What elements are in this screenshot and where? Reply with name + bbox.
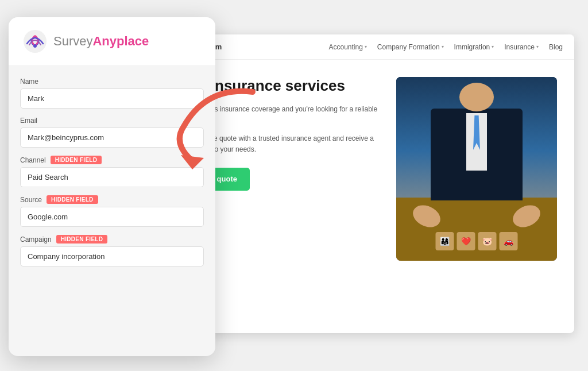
nav-items: Accounting ▾ Company Formation ▾ Immigra… [328,43,563,51]
campaign-label-row: Campaign HIDDEN FIELD [20,235,204,244]
chevron-down-icon: ▾ [492,44,494,49]
brand-logo: SurveyAnyplace [22,29,149,54]
form-body: Name Email Channel HIDDEN FIELD Source H… [9,66,215,286]
insurance-image: 👨‍👩‍👧 ❤️ 🐷 🚗 [396,77,557,261]
source-label-row: Source HIDDEN FIELD [20,195,204,204]
name-field: Name [20,78,204,109]
source-hidden-badge: HIDDEN FIELD [47,195,98,204]
brand-icon [22,29,48,54]
form-header: SurveyAnyplace [9,17,215,66]
block-4: 🚗 [500,232,518,250]
wooden-blocks: 👨‍👩‍👧 ❤️ 🐷 🚗 [436,232,518,250]
email-field: Email [20,117,204,148]
block-2: ❤️ [457,232,475,250]
name-label: Name [20,78,38,86]
source-label: Source [20,196,42,204]
email-label-row: Email [20,117,204,125]
channel-field: Channel HIDDEN FIELD [20,156,204,187]
campaign-field: Campaign HIDDEN FIELD [20,235,204,266]
nav-item-blog[interactable]: Blog [549,43,563,51]
campaign-input[interactable] [20,246,204,266]
channel-label-row: Channel HIDDEN FIELD [20,156,204,164]
source-field: Source HIDDEN FIELD [20,195,204,227]
channel-input[interactable] [20,167,204,187]
campaign-label: Campaign [20,235,52,244]
form-panel: SurveyAnyplace Name Email Channel HIDDEN… [9,17,215,356]
figure-suit [431,109,523,200]
block-1: 👨‍👩‍👧 [436,232,454,250]
chevron-down-icon: ▾ [536,44,539,49]
chevron-down-icon: ▾ [442,44,444,49]
svg-point-1 [33,44,37,48]
block-3: 🐷 [478,232,497,250]
email-input[interactable] [20,127,204,148]
channel-label: Channel [20,156,46,164]
source-input[interactable] [20,207,204,227]
email-label: Email [20,117,37,125]
channel-hidden-badge: HIDDEN FIELD [51,156,102,164]
name-input[interactable] [20,88,204,109]
nav-item-accounting[interactable]: Accounting ▾ [328,43,366,51]
figure-head [459,83,494,111]
brand-name: SurveyAnyplace [53,34,149,49]
name-label-row: Name [20,78,204,86]
nav-item-company-formation[interactable]: Company Formation ▾ [377,43,444,51]
nav-item-immigration[interactable]: Immigration ▾ [454,43,494,51]
svg-point-0 [24,30,47,53]
nav-item-insurance[interactable]: Insurance ▾ [504,43,539,51]
hero-image: 👨‍👩‍👧 ❤️ 🐷 🚗 [396,77,557,261]
chevron-down-icon: ▾ [365,44,367,49]
campaign-hidden-badge: HIDDEN FIELD [56,235,108,244]
